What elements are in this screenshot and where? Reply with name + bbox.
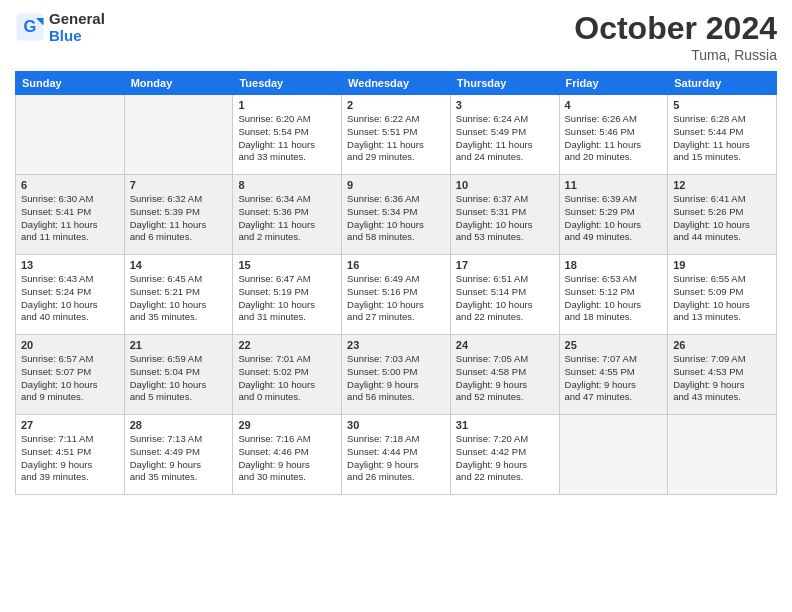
day-info: Sunrise: 6:47 AM Sunset: 5:19 PM Dayligh… [238,273,336,324]
day-cell-14: 14Sunrise: 6:45 AM Sunset: 5:21 PM Dayli… [124,255,233,335]
day-number: 8 [238,179,336,191]
day-number: 29 [238,419,336,431]
day-cell-13: 13Sunrise: 6:43 AM Sunset: 5:24 PM Dayli… [16,255,125,335]
day-info: Sunrise: 6:45 AM Sunset: 5:21 PM Dayligh… [130,273,228,324]
day-cell-8: 8Sunrise: 6:34 AM Sunset: 5:36 PM Daylig… [233,175,342,255]
day-info: Sunrise: 7:20 AM Sunset: 4:42 PM Dayligh… [456,433,554,484]
day-cell-31: 31Sunrise: 7:20 AM Sunset: 4:42 PM Dayli… [450,415,559,495]
empty-cell [124,95,233,175]
day-info: Sunrise: 6:36 AM Sunset: 5:34 PM Dayligh… [347,193,445,244]
day-info: Sunrise: 6:57 AM Sunset: 5:07 PM Dayligh… [21,353,119,404]
day-info: Sunrise: 6:49 AM Sunset: 5:16 PM Dayligh… [347,273,445,324]
day-info: Sunrise: 6:24 AM Sunset: 5:49 PM Dayligh… [456,113,554,164]
page: G General Blue October 2024 Tuma, Russia… [0,0,792,612]
day-info: Sunrise: 6:22 AM Sunset: 5:51 PM Dayligh… [347,113,445,164]
col-header-thursday: Thursday [450,72,559,95]
day-number: 21 [130,339,228,351]
day-info: Sunrise: 6:30 AM Sunset: 5:41 PM Dayligh… [21,193,119,244]
day-info: Sunrise: 7:09 AM Sunset: 4:53 PM Dayligh… [673,353,771,404]
header: G General Blue October 2024 Tuma, Russia [15,10,777,63]
day-number: 1 [238,99,336,111]
day-info: Sunrise: 6:20 AM Sunset: 5:54 PM Dayligh… [238,113,336,164]
day-cell-4: 4Sunrise: 6:26 AM Sunset: 5:46 PM Daylig… [559,95,668,175]
week-row-4: 20Sunrise: 6:57 AM Sunset: 5:07 PM Dayli… [16,335,777,415]
col-header-tuesday: Tuesday [233,72,342,95]
day-cell-25: 25Sunrise: 7:07 AM Sunset: 4:55 PM Dayli… [559,335,668,415]
day-info: Sunrise: 6:34 AM Sunset: 5:36 PM Dayligh… [238,193,336,244]
day-number: 13 [21,259,119,271]
day-cell-18: 18Sunrise: 6:53 AM Sunset: 5:12 PM Dayli… [559,255,668,335]
day-cell-1: 1Sunrise: 6:20 AM Sunset: 5:54 PM Daylig… [233,95,342,175]
week-row-5: 27Sunrise: 7:11 AM Sunset: 4:51 PM Dayli… [16,415,777,495]
day-cell-5: 5Sunrise: 6:28 AM Sunset: 5:44 PM Daylig… [668,95,777,175]
day-info: Sunrise: 6:37 AM Sunset: 5:31 PM Dayligh… [456,193,554,244]
week-row-3: 13Sunrise: 6:43 AM Sunset: 5:24 PM Dayli… [16,255,777,335]
day-cell-2: 2Sunrise: 6:22 AM Sunset: 5:51 PM Daylig… [342,95,451,175]
day-info: Sunrise: 6:41 AM Sunset: 5:26 PM Dayligh… [673,193,771,244]
day-cell-10: 10Sunrise: 6:37 AM Sunset: 5:31 PM Dayli… [450,175,559,255]
day-info: Sunrise: 6:28 AM Sunset: 5:44 PM Dayligh… [673,113,771,164]
week-row-2: 6Sunrise: 6:30 AM Sunset: 5:41 PM Daylig… [16,175,777,255]
day-number: 24 [456,339,554,351]
empty-cell [668,415,777,495]
day-info: Sunrise: 7:11 AM Sunset: 4:51 PM Dayligh… [21,433,119,484]
day-number: 31 [456,419,554,431]
day-number: 7 [130,179,228,191]
day-cell-27: 27Sunrise: 7:11 AM Sunset: 4:51 PM Dayli… [16,415,125,495]
day-number: 9 [347,179,445,191]
day-info: Sunrise: 7:13 AM Sunset: 4:49 PM Dayligh… [130,433,228,484]
day-cell-29: 29Sunrise: 7:16 AM Sunset: 4:46 PM Dayli… [233,415,342,495]
day-info: Sunrise: 6:51 AM Sunset: 5:14 PM Dayligh… [456,273,554,324]
empty-cell [559,415,668,495]
day-number: 4 [565,99,663,111]
day-number: 23 [347,339,445,351]
day-number: 6 [21,179,119,191]
day-info: Sunrise: 6:55 AM Sunset: 5:09 PM Dayligh… [673,273,771,324]
logo-icon: G [15,12,45,42]
day-number: 5 [673,99,771,111]
day-info: Sunrise: 7:03 AM Sunset: 5:00 PM Dayligh… [347,353,445,404]
day-info: Sunrise: 6:43 AM Sunset: 5:24 PM Dayligh… [21,273,119,324]
day-cell-23: 23Sunrise: 7:03 AM Sunset: 5:00 PM Dayli… [342,335,451,415]
day-number: 10 [456,179,554,191]
day-cell-9: 9Sunrise: 6:36 AM Sunset: 5:34 PM Daylig… [342,175,451,255]
day-number: 25 [565,339,663,351]
day-number: 27 [21,419,119,431]
day-cell-12: 12Sunrise: 6:41 AM Sunset: 5:26 PM Dayli… [668,175,777,255]
day-cell-26: 26Sunrise: 7:09 AM Sunset: 4:53 PM Dayli… [668,335,777,415]
day-number: 3 [456,99,554,111]
day-info: Sunrise: 7:16 AM Sunset: 4:46 PM Dayligh… [238,433,336,484]
svg-text:G: G [24,17,37,35]
day-number: 16 [347,259,445,271]
day-number: 18 [565,259,663,271]
day-number: 20 [21,339,119,351]
day-info: Sunrise: 7:01 AM Sunset: 5:02 PM Dayligh… [238,353,336,404]
month-title: October 2024 [574,10,777,47]
location: Tuma, Russia [574,47,777,63]
col-header-wednesday: Wednesday [342,72,451,95]
day-info: Sunrise: 6:53 AM Sunset: 5:12 PM Dayligh… [565,273,663,324]
day-number: 19 [673,259,771,271]
day-number: 14 [130,259,228,271]
day-cell-30: 30Sunrise: 7:18 AM Sunset: 4:44 PM Dayli… [342,415,451,495]
col-header-monday: Monday [124,72,233,95]
day-cell-15: 15Sunrise: 6:47 AM Sunset: 5:19 PM Dayli… [233,255,342,335]
day-cell-24: 24Sunrise: 7:05 AM Sunset: 4:58 PM Dayli… [450,335,559,415]
day-number: 2 [347,99,445,111]
day-cell-28: 28Sunrise: 7:13 AM Sunset: 4:49 PM Dayli… [124,415,233,495]
day-cell-20: 20Sunrise: 6:57 AM Sunset: 5:07 PM Dayli… [16,335,125,415]
day-cell-3: 3Sunrise: 6:24 AM Sunset: 5:49 PM Daylig… [450,95,559,175]
day-cell-6: 6Sunrise: 6:30 AM Sunset: 5:41 PM Daylig… [16,175,125,255]
empty-cell [16,95,125,175]
day-number: 26 [673,339,771,351]
day-cell-16: 16Sunrise: 6:49 AM Sunset: 5:16 PM Dayli… [342,255,451,335]
day-cell-17: 17Sunrise: 6:51 AM Sunset: 5:14 PM Dayli… [450,255,559,335]
calendar-table: SundayMondayTuesdayWednesdayThursdayFrid… [15,71,777,495]
day-number: 30 [347,419,445,431]
day-cell-19: 19Sunrise: 6:55 AM Sunset: 5:09 PM Dayli… [668,255,777,335]
day-info: Sunrise: 7:05 AM Sunset: 4:58 PM Dayligh… [456,353,554,404]
logo-text: General Blue [49,10,105,44]
day-number: 15 [238,259,336,271]
day-cell-7: 7Sunrise: 6:32 AM Sunset: 5:39 PM Daylig… [124,175,233,255]
day-info: Sunrise: 6:26 AM Sunset: 5:46 PM Dayligh… [565,113,663,164]
